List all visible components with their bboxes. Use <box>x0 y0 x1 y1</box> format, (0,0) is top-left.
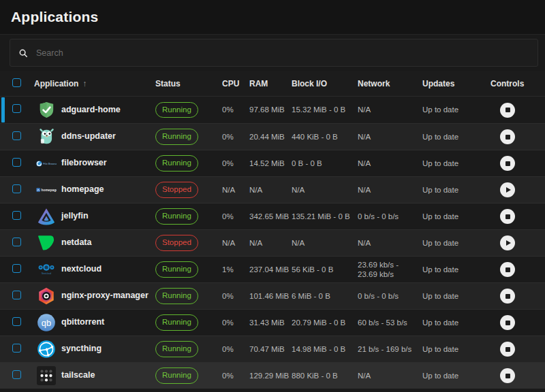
app-name: nginx-proxy-manager <box>61 291 149 301</box>
stop-icon <box>505 374 510 378</box>
column-header-application[interactable]: Application↑ <box>34 79 155 88</box>
cpu-value: 0% <box>222 371 249 380</box>
cpu-value: 0% <box>222 318 249 327</box>
app-cell: qbqbittorrent <box>34 313 155 332</box>
network-value: 0 b/s - 0 b/s <box>358 212 422 221</box>
ram-value: 129.29 MiB <box>249 371 292 380</box>
select-all-checkbox[interactable] <box>12 78 21 87</box>
svg-text:Nextcloud: Nextcloud <box>42 272 51 275</box>
column-header-cpu[interactable]: CPU <box>222 79 249 88</box>
stop-app-button[interactable] <box>500 289 515 304</box>
row-checkbox-cell <box>0 104 34 115</box>
stop-app-button[interactable] <box>500 209 515 224</box>
play-icon <box>506 187 511 193</box>
table-row[interactable]: adguard-homeRunning0%97.68 MiB15.32 MiB … <box>0 97 545 123</box>
row-checkbox[interactable] <box>12 131 21 140</box>
stop-icon <box>505 135 510 140</box>
controls-cell <box>490 368 545 383</box>
column-header-ram[interactable]: RAM <box>249 79 292 88</box>
updates-value: Up to date <box>422 159 490 168</box>
updates-value: Up to date <box>422 371 490 380</box>
status-cell: Running <box>155 261 222 277</box>
start-app-button[interactable] <box>500 182 515 197</box>
app-name: ddns-updater <box>61 131 116 142</box>
controls-cell <box>490 289 545 304</box>
updates-value: Up to date <box>422 238 490 248</box>
status-badge: Running <box>155 261 198 277</box>
cpu-value: 0% <box>222 105 249 114</box>
table-row[interactable]: nginx-proxy-managerRunning0%101.46 MiB6 … <box>0 282 545 309</box>
search-input[interactable] <box>36 48 529 58</box>
tailscale-logo-icon <box>36 366 57 385</box>
row-checkbox-cell <box>0 184 34 195</box>
row-checkbox[interactable] <box>12 317 21 326</box>
column-header-network[interactable]: Network <box>358 79 422 88</box>
app-name: qbittorrent <box>61 317 104 328</box>
row-checkbox[interactable] <box>12 211 21 220</box>
block-io-value: N/A <box>292 238 358 248</box>
app-name: jellyfin <box>61 211 89 222</box>
row-checkbox[interactable] <box>12 184 21 193</box>
column-header-updates[interactable]: Updates <box>422 79 490 88</box>
app-cell: netdata <box>34 233 155 252</box>
controls-cell <box>490 235 545 250</box>
stop-app-button[interactable] <box>500 262 515 277</box>
status-badge: Running <box>155 314 198 330</box>
status-cell: Running <box>155 341 222 357</box>
svg-text:homepage: homepage <box>42 189 57 192</box>
row-checkbox[interactable] <box>12 370 21 379</box>
status-cell: Running <box>155 155 222 171</box>
block-io-value: 440 KiB - 0 B <box>292 132 358 142</box>
stop-app-button[interactable] <box>500 103 515 118</box>
table-row[interactable]: syncthingRunning0%70.47 MiB14.98 MiB - 0… <box>0 336 545 362</box>
play-icon <box>506 240 511 246</box>
app-cell: ddns-updater <box>34 127 155 146</box>
table-row[interactable]: jellyfinRunning0%342.65 MiB135.21 MiB - … <box>0 203 545 229</box>
stop-app-button[interactable] <box>500 342 515 357</box>
stop-icon <box>505 294 510 299</box>
qbittorrent-logo-icon: qb <box>36 313 57 332</box>
start-app-button[interactable] <box>500 235 515 250</box>
app-cell: File Browserfilebrowser <box>34 154 155 173</box>
app-cell: tailscale <box>34 366 155 385</box>
app-cell: jellyfin <box>34 207 155 226</box>
stop-app-button[interactable] <box>500 368 515 383</box>
stop-app-button[interactable] <box>500 129 515 144</box>
app-name: syncthing <box>61 344 102 355</box>
status-badge: Running <box>155 341 198 357</box>
row-checkbox-cell <box>0 344 34 355</box>
row-checkbox[interactable] <box>12 264 21 273</box>
row-checkbox[interactable] <box>12 238 21 246</box>
table-row[interactable]: tailscaleRunning0%129.29 MiB880 KiB - 0 … <box>0 362 545 389</box>
search-icon <box>18 48 28 58</box>
table-row[interactable]: homepagehomepageStoppedN/AN/AN/AN/AUp to… <box>0 176 545 203</box>
updates-value: Up to date <box>422 105 490 114</box>
applications-page: Applications Application↑ Status CPU RAM… <box>0 0 545 392</box>
row-checkbox[interactable] <box>12 104 21 113</box>
syncthing-logo-icon <box>36 340 57 359</box>
stop-app-button[interactable] <box>500 156 515 171</box>
row-checkbox[interactable] <box>12 291 21 299</box>
table-row[interactable]: NextcloudnextcloudRunning1%237.04 MiB56 … <box>0 256 545 282</box>
app-name: filebrowser <box>61 158 107 169</box>
table-row[interactable]: File BrowserfilebrowserRunning0%14.52 Mi… <box>0 150 545 176</box>
ram-value: 14.52 MiB <box>249 159 292 168</box>
status-badge: Stopped <box>155 235 198 250</box>
block-io-value: 56 KiB - 0 B <box>292 265 358 274</box>
column-header-block-io[interactable]: Block I/O <box>292 79 358 88</box>
table-row[interactable]: ddns-updaterRunning0%20.44 MiB440 KiB - … <box>0 123 545 150</box>
status-cell: Running <box>155 208 222 224</box>
column-header-status[interactable]: Status <box>155 79 222 88</box>
status-badge: Running <box>155 129 198 144</box>
table-row[interactable]: netdataStoppedN/AN/AN/AN/AUp to date <box>0 229 545 256</box>
row-checkbox[interactable] <box>12 344 21 353</box>
stop-app-button[interactable] <box>500 315 515 330</box>
table-row[interactable]: qbqbittorrentRunning0%31.43 MiB20.79 MiB… <box>0 309 545 336</box>
stop-icon <box>505 161 510 166</box>
status-cell: Running <box>155 129 222 144</box>
updates-value: Up to date <box>422 132 490 142</box>
updates-value: Up to date <box>422 212 490 221</box>
nextcloud-logo-icon: Nextcloud <box>36 260 57 279</box>
row-checkbox[interactable] <box>12 158 21 167</box>
controls-cell <box>490 315 545 330</box>
